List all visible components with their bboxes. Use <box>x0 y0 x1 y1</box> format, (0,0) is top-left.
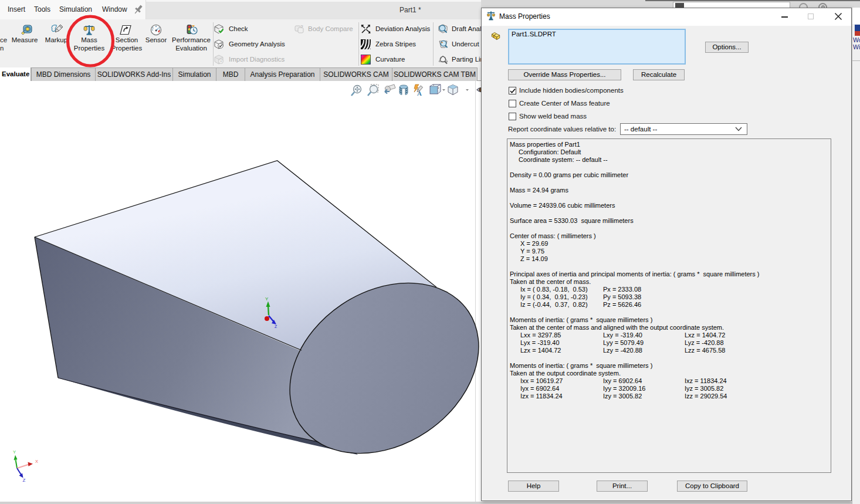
svg-text:Y: Y <box>265 296 269 302</box>
svg-text:Y: Y <box>13 449 16 455</box>
svg-text:X: X <box>35 459 38 464</box>
svg-text:Z: Z <box>23 478 26 483</box>
svg-text:+: + <box>220 59 222 63</box>
svg-text:?: ? <box>300 24 303 29</box>
svg-text:Z: Z <box>275 324 277 329</box>
